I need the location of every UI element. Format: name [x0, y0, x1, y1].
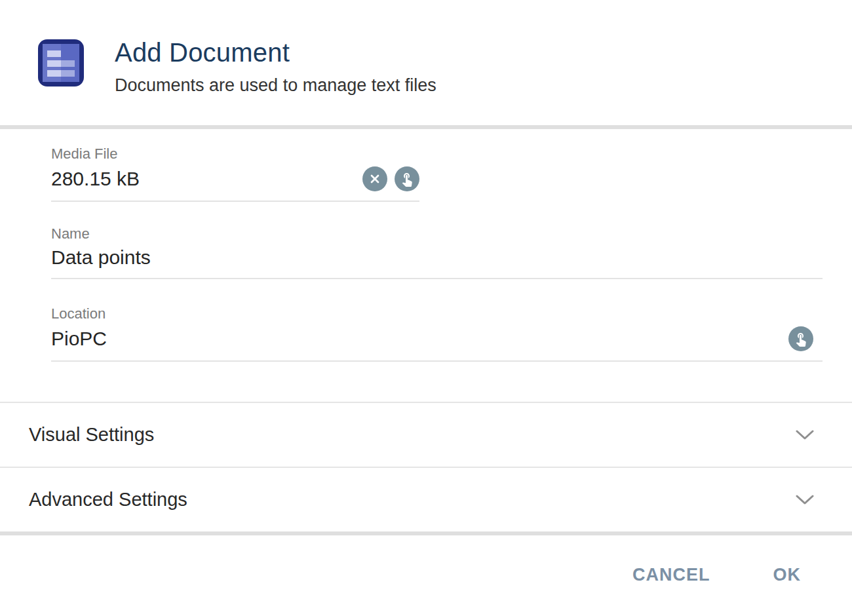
media-file-input-box — [51, 163, 419, 202]
touch-icon — [793, 331, 809, 347]
media-file-value-input[interactable] — [51, 168, 355, 190]
location-value-input[interactable] — [51, 328, 781, 350]
form-area: Media File Name — [0, 129, 852, 362]
location-pick-button[interactable] — [788, 326, 813, 351]
ok-button[interactable]: OK — [773, 565, 802, 585]
page-subtitle: Documents are used to manage text files — [115, 75, 436, 96]
name-input-box — [51, 242, 823, 279]
add-document-dialog: Add Document Documents are used to manag… — [0, 0, 852, 616]
name-label: Name — [51, 225, 823, 242]
media-file-pick-button[interactable] — [395, 166, 419, 191]
touch-icon — [399, 171, 415, 187]
name-value-input[interactable] — [51, 246, 823, 269]
media-file-clear-button[interactable] — [362, 166, 387, 191]
media-file-label: Media File — [51, 145, 823, 163]
dialog-header: Add Document Documents are used to manag… — [0, 0, 852, 125]
chevron-down-icon — [796, 495, 814, 505]
close-icon — [368, 172, 381, 185]
section-advanced-settings[interactable]: Advanced Settings — [0, 468, 852, 531]
document-icon — [38, 39, 84, 87]
advanced-settings-label: Advanced Settings — [29, 489, 187, 510]
location-label: Location — [51, 305, 823, 322]
name-field: Name — [51, 225, 823, 279]
visual-settings-label: Visual Settings — [29, 424, 154, 446]
page-title: Add Document — [115, 37, 436, 68]
dialog-footer: CANCEL OK — [0, 535, 852, 614]
section-visual-settings[interactable]: Visual Settings — [0, 403, 852, 467]
location-field: Location — [51, 305, 823, 362]
media-file-field: Media File — [51, 129, 823, 202]
location-input-box — [51, 322, 823, 362]
chevron-down-icon — [796, 430, 814, 440]
cancel-button[interactable]: CANCEL — [632, 565, 710, 585]
